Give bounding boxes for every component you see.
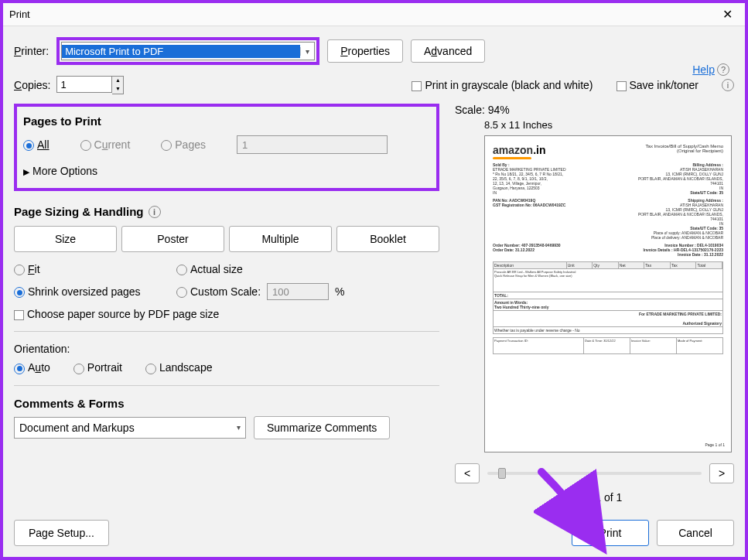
info-icon[interactable]: i — [722, 79, 734, 91]
percent-label: % — [335, 285, 344, 298]
printer-value: Microsoft Print to PDF — [62, 45, 300, 58]
radio-auto[interactable]: Auto — [14, 361, 50, 374]
custom-scale-input[interactable] — [267, 283, 329, 300]
summarize-comments-button[interactable]: Summarize Comments — [254, 416, 390, 439]
cancel-button[interactable]: Cancel — [657, 520, 734, 546]
close-icon[interactable]: ✕ — [716, 7, 739, 22]
radio-pages[interactable]: Pages — [161, 138, 206, 151]
window-title: Print — [9, 9, 716, 20]
copies-spinner[interactable]: ▲ ▼ — [56, 76, 124, 94]
radio-all[interactable]: All — [23, 138, 50, 151]
copies-input[interactable] — [56, 76, 112, 93]
orientation-label: Orientation: — [14, 343, 439, 355]
radio-current[interactable]: Current — [80, 138, 131, 151]
properties-button[interactable]: Properties — [327, 39, 403, 63]
radio-portrait[interactable]: Portrait — [73, 361, 122, 374]
page-indicator: Page 1 of 1 — [455, 491, 734, 504]
choose-paper-checkbox[interactable]: Choose paper source by PDF page size — [14, 308, 219, 320]
advanced-button[interactable]: Advanced — [411, 39, 485, 63]
radio-shrink[interactable]: Shrink oversized pages — [14, 285, 141, 298]
radio-fit[interactable]: Fit — [14, 263, 40, 275]
radio-custom-scale[interactable]: Custom Scale: — [176, 285, 261, 298]
preview-slider[interactable] — [487, 472, 702, 475]
multiple-button[interactable]: Multiple — [229, 226, 332, 252]
radio-actual-size[interactable]: Actual size — [176, 263, 243, 275]
copies-label: Copies: — [14, 79, 50, 91]
print-preview: amazon.in Tax Invoice/Bill of Supply/Cas… — [484, 135, 732, 452]
scale-label: Scale: 94% — [455, 104, 734, 116]
print-button[interactable]: Print — [572, 520, 649, 546]
printer-highlight: Microsoft Print to PDF ▾ — [56, 37, 319, 65]
next-page-button[interactable]: > — [709, 463, 734, 483]
help-link[interactable]: Help ? — [692, 63, 729, 76]
radio-landscape[interactable]: Landscape — [145, 361, 213, 374]
info-icon[interactable]: i — [149, 206, 161, 218]
size-button[interactable]: Size — [14, 226, 117, 252]
save-ink-checkbox[interactable]: Save ink/toner — [617, 79, 699, 91]
pages-input[interactable] — [237, 135, 388, 154]
printer-label: Printer: — [14, 45, 49, 57]
grayscale-checkbox[interactable]: Print in grayscale (black and white) — [412, 79, 593, 91]
comments-heading: Comments & Forms — [14, 397, 439, 410]
spinner-down-icon[interactable]: ▼ — [112, 85, 123, 94]
prev-page-button[interactable]: < — [455, 463, 480, 483]
pages-to-print-highlight: Pages to Print All Current Pages ▶More O… — [14, 104, 439, 191]
comments-select[interactable]: Document and Markups ▾ — [14, 417, 246, 439]
chevron-down-icon[interactable]: ▾ — [237, 423, 241, 432]
poster-button[interactable]: Poster — [121, 226, 224, 252]
page-setup-button[interactable]: Page Setup... — [14, 520, 109, 546]
page-sizing-heading: Page Sizing & Handling i — [14, 205, 439, 218]
booklet-button[interactable]: Booklet — [336, 226, 439, 252]
help-icon[interactable]: ? — [717, 63, 729, 76]
more-options-toggle[interactable]: ▶More Options — [23, 165, 430, 177]
amazon-swoosh-icon — [493, 157, 531, 159]
pages-to-print-heading: Pages to Print — [23, 114, 430, 128]
chevron-down-icon[interactable]: ▾ — [300, 47, 314, 56]
paper-dimensions: 8.5 x 11 Inches — [484, 119, 734, 131]
spinner-up-icon[interactable]: ▲ — [112, 77, 123, 85]
printer-select[interactable]: Microsoft Print to PDF ▾ — [61, 42, 315, 60]
slider-thumb[interactable] — [498, 468, 506, 479]
